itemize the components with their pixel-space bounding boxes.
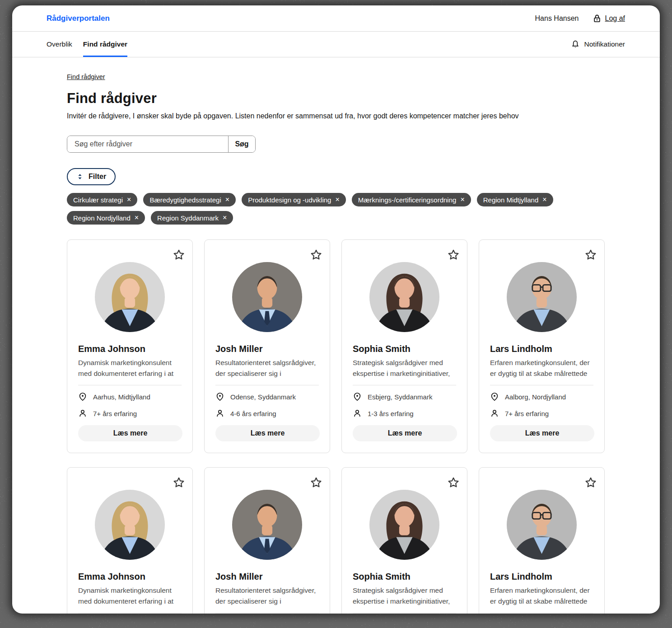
- advisor-location-row: Esbjerg, Syddanmark: [353, 391, 456, 402]
- card-divider: [353, 385, 456, 385]
- logout-link[interactable]: Log af: [605, 14, 625, 23]
- advisor-photo: [95, 490, 165, 560]
- location-pin-icon: [78, 392, 87, 401]
- breadcrumb[interactable]: Find rådgiver: [67, 73, 105, 80]
- favorite-star-icon[interactable]: [448, 477, 459, 488]
- favorite-star-icon[interactable]: [173, 249, 185, 261]
- advisor-description: Strategisk salgsrådgiver med ekspertise …: [353, 585, 456, 607]
- read-more-button[interactable]: Læs mere: [353, 425, 457, 441]
- active-filter-chips: Cirkulær strategi×Bæredygtighedsstrategi…: [67, 193, 586, 225]
- advisor-name: Lars Lindholm: [490, 344, 593, 354]
- remove-chip-icon[interactable]: ×: [335, 196, 339, 203]
- advisor-card: Josh Miller Resultatorienteret salgsrådg…: [204, 467, 330, 614]
- brand-logo[interactable]: Rådgiverportalen: [47, 14, 110, 23]
- top-bar-right: Hans Hansen Log af: [535, 14, 625, 23]
- advisor-photo: [232, 490, 302, 560]
- filter-chip-label: Cirkulær strategi: [73, 196, 123, 204]
- advisor-photo: [369, 262, 439, 332]
- read-more-button[interactable]: Læs mere: [215, 425, 320, 441]
- main-content: Find rådgiver Find rådgiver Invitér de r…: [12, 57, 660, 614]
- filter-chip-label: Region Nordjylland: [73, 214, 131, 222]
- favorite-star-icon[interactable]: [173, 477, 185, 488]
- advisor-location: Aalborg, Nordjylland: [505, 393, 566, 401]
- location-pin-icon: [353, 392, 362, 401]
- filter-chip-label: Mærknings-/certificeringsordning: [358, 196, 457, 204]
- favorite-star-icon[interactable]: [310, 249, 322, 261]
- filter-chip-label: Produktdesign og -udvikling: [248, 196, 331, 204]
- favorite-star-icon[interactable]: [448, 249, 459, 261]
- card-divider: [215, 385, 319, 385]
- location-pin-icon: [215, 392, 224, 401]
- card-divider: [215, 613, 319, 613]
- advisor-photo: [507, 262, 577, 332]
- page-title: Find rådgiver: [67, 90, 605, 107]
- advisor-location: Aarhus, Midtjylland: [93, 393, 150, 401]
- favorite-star-icon[interactable]: [585, 477, 597, 488]
- advisor-experience-row: 1-3 års erfaring: [353, 408, 456, 419]
- advisor-photo: [232, 262, 302, 332]
- filter-chip: Region Nordjylland×: [67, 211, 145, 225]
- filter-chip: Region Syddanmark×: [151, 211, 233, 225]
- notifications-label: Notifikationer: [584, 40, 625, 48]
- advisor-description: Resultatorienteret salgsrådgiver, der sp…: [215, 585, 319, 607]
- filter-chip: Bæredygtighedsstrategi×: [143, 193, 236, 206]
- person-icon: [490, 409, 499, 418]
- app-window: Rådgiverportalen Hans Hansen Log af Over…: [12, 5, 660, 614]
- filter-chip-label: Bæredygtighedsstrategi: [149, 196, 221, 204]
- remove-chip-icon[interactable]: ×: [223, 214, 227, 221]
- remove-chip-icon[interactable]: ×: [460, 196, 464, 203]
- user-name: Hans Hansen: [535, 14, 579, 23]
- logout-control[interactable]: Log af: [593, 14, 625, 23]
- filter-chip: Produktdesign og -udvikling×: [242, 193, 346, 206]
- read-more-button[interactable]: Læs mere: [78, 425, 182, 441]
- filter-chip: Mærknings-/certificeringsordning×: [352, 193, 471, 206]
- advisor-photo: [95, 262, 165, 332]
- tab-find-radgiver[interactable]: Find rådgiver: [83, 32, 127, 57]
- remove-chip-icon[interactable]: ×: [225, 196, 229, 203]
- advisor-description: Dynamisk marketingkonsulent med dokument…: [78, 585, 182, 607]
- advisor-name: Josh Miller: [215, 572, 319, 582]
- filter-chip: Region Midtjylland×: [477, 193, 553, 206]
- filter-chip: Cirkulær strategi×: [67, 193, 137, 206]
- search-input[interactable]: [67, 136, 228, 152]
- person-icon: [78, 409, 87, 418]
- advisor-card: Emma Johnson Dynamisk marketingkonsulent…: [67, 467, 193, 614]
- search-button[interactable]: Søg: [228, 136, 255, 152]
- filter-button[interactable]: Filter: [67, 168, 116, 185]
- tab-overblik[interactable]: Overblik: [47, 32, 72, 57]
- advisor-name: Emma Johnson: [78, 344, 182, 354]
- advisor-experience: 1-3 års erfaring: [368, 410, 414, 417]
- advisor-photo: [369, 490, 439, 560]
- person-icon: [215, 409, 224, 418]
- filter-chip-label: Region Midtjylland: [483, 196, 539, 204]
- advisor-experience-row: 4-6 års erfaring: [215, 408, 319, 419]
- advisor-description: Erfaren marketingkonsulent, der er dygti…: [490, 357, 593, 379]
- person-icon: [353, 409, 362, 418]
- advisor-name: Sophia Smith: [353, 344, 456, 354]
- advisor-experience: 7+ års erfaring: [93, 410, 137, 417]
- page-subtitle: Invitér de rådgivere, I ønsker skal byde…: [67, 112, 605, 120]
- bell-icon: [571, 40, 580, 49]
- favorite-star-icon[interactable]: [585, 249, 597, 261]
- advisor-experience-row: 7+ års erfaring: [490, 408, 593, 419]
- advisor-card: Emma Johnson Dynamisk marketingkonsulent…: [67, 239, 193, 453]
- advisor-description: Resultatorienteret salgsrådgiver, der sp…: [215, 357, 319, 379]
- notifications-button[interactable]: Notifikationer: [571, 32, 625, 57]
- remove-chip-icon[interactable]: ×: [135, 214, 139, 221]
- advisor-card: Josh Miller Resultatorienteret salgsrådg…: [204, 239, 330, 453]
- card-divider: [490, 613, 593, 613]
- remove-chip-icon[interactable]: ×: [127, 196, 131, 203]
- advisor-description: Erfaren marketingkonsulent, der er dygti…: [490, 585, 593, 607]
- advisor-location: Odense, Syddanmark: [230, 393, 296, 401]
- advisor-cards-grid: Emma Johnson Dynamisk marketingkonsulent…: [67, 239, 605, 614]
- advisor-card: Lars Lindholm Erfaren marketingkonsulent…: [479, 239, 605, 453]
- advisor-photo: [507, 490, 577, 560]
- read-more-button[interactable]: Læs mere: [490, 425, 594, 441]
- remove-chip-icon[interactable]: ×: [542, 196, 546, 203]
- card-divider: [353, 613, 456, 613]
- lock-icon: [593, 14, 602, 23]
- card-divider: [78, 385, 182, 385]
- advisor-name: Emma Johnson: [78, 572, 182, 582]
- advisor-experience-row: 7+ års erfaring: [78, 408, 182, 419]
- favorite-star-icon[interactable]: [310, 477, 322, 488]
